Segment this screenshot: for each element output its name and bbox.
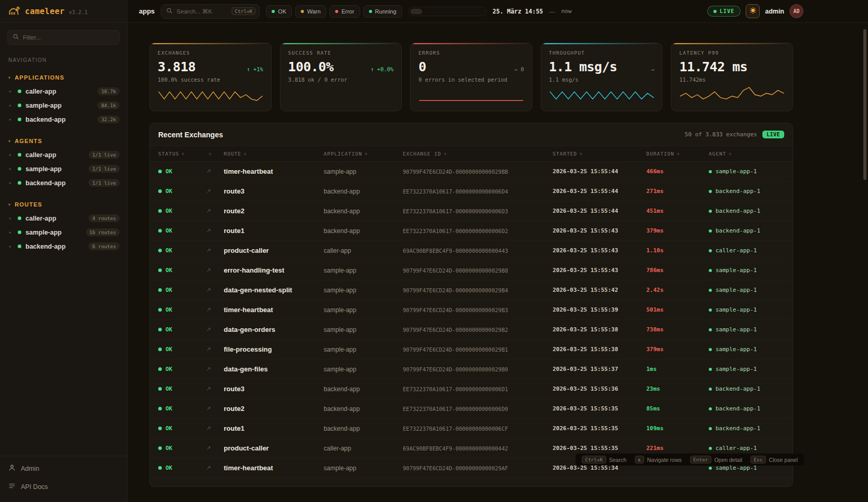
sidebar-nav-item[interactable]: ▸ sample-app 1/1 live: [0, 162, 127, 176]
column-header[interactable]: EXCHANGE ID ⇅: [403, 151, 553, 157]
route-name: route1: [224, 424, 324, 432]
sidebar-footer: Admin API Docs: [0, 456, 127, 502]
time-range-button[interactable]: [423, 9, 435, 14]
table-row[interactable]: OK ↗ data-gen-files sample-app 90799F47E…: [150, 359, 793, 379]
agent-dot-icon: [709, 328, 712, 331]
stat-accent-bar: [411, 43, 532, 44]
sidebar-nav-item[interactable]: ▸ backend-app 1/1 live: [0, 176, 127, 190]
exchange-id: 90799F47E6CD24D-00000000000029B8: [403, 267, 553, 274]
route-name: timer-heartbeat: [224, 168, 324, 175]
duration-value: 85ms: [646, 405, 709, 412]
status-label: OK: [165, 247, 172, 254]
table-row[interactable]: OK ↗ data-gen-orders sample-app 90799F47…: [150, 320, 793, 340]
route-name: route3: [224, 187, 324, 195]
status-label: OK: [165, 306, 172, 313]
scrollbar-thumb[interactable]: [863, 29, 866, 180]
stat-accent-bar: [541, 43, 662, 44]
table-live-badge[interactable]: LIVE: [762, 131, 784, 138]
table-row[interactable]: OK ↗ route3 backend-app EE7322370A10617-…: [150, 379, 793, 399]
table-row[interactable]: OK ↗ route1 backend-app EE7322370A10617-…: [150, 221, 793, 241]
table-header-row: STATUS ⇅ ⇅ ROUTE ⇅ APPLICATION ⇅ EXCHANG…: [150, 146, 793, 162]
table-row[interactable]: OK ↗ file-processing sample-app 90799F47…: [150, 340, 793, 359]
route-arrow-icon: ↗: [206, 188, 224, 195]
agent-dot-icon: [709, 269, 712, 272]
nav-item-label: backend-app: [25, 179, 66, 187]
hint-label: Open detail: [714, 457, 743, 463]
chip-label: Error: [341, 8, 354, 15]
agent-cell: backend-app-1: [709, 208, 784, 214]
global-search-input[interactable]: [176, 8, 228, 15]
exchange-id: 90799F47E6CD24D-00000000000029AF: [403, 465, 553, 471]
sidebar-section: ▾ ROUTES ▸ caller-app 4 routes ▸ sample-…: [0, 201, 127, 253]
column-header[interactable]: AGENT ⇅: [709, 151, 784, 157]
stat-value-row: 0 → 0: [418, 59, 524, 74]
recent-exchanges-panel: Recent Exchanges 50 of 3.833 exchanges L…: [149, 123, 793, 487]
table-row[interactable]: OK ↗ route2 backend-app EE7322370A10617-…: [150, 399, 793, 419]
column-header[interactable]: STATUS ⇅: [158, 151, 206, 157]
time-range-button[interactable]: [411, 9, 422, 14]
stat-sparkline: [288, 85, 394, 104]
sidebar-nav-item[interactable]: ▸ backend-app 6 routes: [0, 239, 127, 253]
route-name: file-processing: [224, 345, 324, 353]
agent-cell: sample-app-1: [709, 168, 784, 175]
sidebar-nav-item[interactable]: ▸ caller-app 10.7k: [0, 84, 127, 98]
sidebar-filter[interactable]: [7, 30, 120, 45]
sidebar-nav-item[interactable]: ▸ caller-app 1/1 live: [0, 148, 127, 162]
started-timestamp: 2026-03-25 15:55:35: [553, 425, 646, 432]
now-label[interactable]: now: [561, 8, 572, 15]
table-row[interactable]: OK ↗ route3 backend-app EE7322370A10617-…: [150, 182, 793, 201]
agent-dot-icon: [709, 407, 712, 410]
status-filter-chip[interactable]: OK: [266, 5, 292, 18]
sidebar-item-api-docs[interactable]: API Docs: [0, 478, 127, 496]
route-arrow-icon: ↗: [206, 247, 224, 254]
application-name: backend-app: [324, 405, 403, 413]
agent-name: sample-app-1: [716, 366, 757, 372]
time-range-button[interactable]: [436, 9, 447, 14]
sidebar-nav-item[interactable]: ▸ backend-app 32.2k: [0, 112, 127, 126]
table-row[interactable]: OK ↗ timer-heartbeat sample-app 90799F47…: [150, 300, 793, 320]
stat-value: 11.742 ms: [679, 59, 747, 74]
sidebar-nav-item[interactable]: ▸ sample-app 16 routes: [0, 225, 127, 239]
table-row[interactable]: OK ↗ error-handling-test sample-app 9079…: [150, 261, 793, 280]
sidebar-item-admin[interactable]: Admin: [0, 459, 127, 478]
table-row[interactable]: OK ↗ route2 backend-app EE7322370A10617-…: [150, 201, 793, 221]
status-filter-chip[interactable]: Running: [363, 5, 402, 18]
sidebar-nav-item[interactable]: ▸ sample-app 84.1k: [0, 98, 127, 112]
sidebar-section-title[interactable]: ▾ AGENTS: [0, 138, 127, 144]
time-range-button[interactable]: [448, 9, 459, 14]
table-row[interactable]: OK ↗ route1 backend-app EE7322370A10617-…: [150, 419, 793, 439]
nav-item-label: caller-app: [25, 215, 56, 222]
chevron-down-icon: ▾: [8, 202, 11, 207]
column-header[interactable]: DURATION ⇅: [646, 151, 709, 157]
application-name: sample-app: [324, 326, 403, 333]
duration-value: 379ms: [646, 346, 709, 353]
datetime-label[interactable]: 25. März 14:55: [493, 8, 543, 15]
column-header[interactable]: ROUTE ⇅: [224, 151, 324, 157]
table-row[interactable]: OK ↗ product-caller caller-app 69AC90BF8…: [150, 241, 793, 261]
app-name: cameleer: [25, 7, 65, 16]
sidebar-nav-item[interactable]: ▸ caller-app 4 routes: [0, 211, 127, 225]
column-header[interactable]: STARTED ⇅: [553, 151, 646, 157]
column-header[interactable]: APPLICATION ⇅: [324, 151, 403, 157]
status-dot-icon: [158, 427, 162, 430]
time-range-button[interactable]: [473, 9, 484, 14]
filter-input[interactable]: [23, 34, 114, 41]
status-dot-icon: [18, 118, 21, 121]
search-shortcut-kbd: Ctrl+K: [232, 7, 256, 15]
global-search[interactable]: Ctrl+K: [161, 4, 260, 19]
keyboard-hint: Enter Open detail: [690, 456, 742, 464]
live-toggle[interactable]: LIVE: [707, 6, 741, 17]
table-row[interactable]: OK ↗ timer-heartbeat sample-app 90799F47…: [150, 162, 793, 182]
sort-icon: ⇅: [580, 151, 583, 156]
sidebar-section-title[interactable]: ▾ ROUTES: [0, 201, 127, 208]
time-range-button[interactable]: [461, 9, 472, 14]
avatar[interactable]: AD: [789, 4, 803, 18]
stat-sparkline: [549, 85, 655, 104]
column-header[interactable]: ⇅: [206, 151, 224, 156]
theme-toggle-button[interactable]: [746, 4, 760, 18]
table-row[interactable]: OK ↗ data-gen-nested-split sample-app 90…: [150, 280, 793, 300]
status-filter-chip[interactable]: Warn: [295, 5, 326, 18]
sidebar-section-title[interactable]: ▾ APPLICATIONS: [0, 74, 127, 81]
status-dot-icon: [158, 407, 162, 410]
status-filter-chip[interactable]: Error: [329, 5, 360, 18]
